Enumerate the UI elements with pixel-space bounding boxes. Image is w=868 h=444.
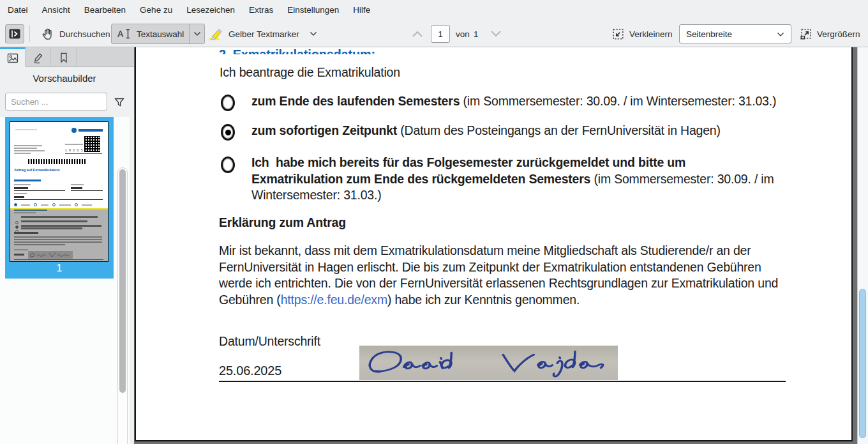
thumbnail-item-selected[interactable]: 1 8 2 0 5 3 5 0 Antrag auf Exmatrikulati… bbox=[5, 117, 114, 279]
mini-field-line bbox=[71, 190, 103, 191]
menu-item-hilfe[interactable]: Hilfe bbox=[346, 0, 377, 20]
previous-page-button[interactable] bbox=[412, 30, 423, 38]
mini-field-label bbox=[71, 184, 84, 185]
mini-field-label bbox=[14, 184, 31, 185]
tab-annotations[interactable] bbox=[26, 47, 51, 67]
zoom-mode-value: Seitenbreite bbox=[686, 29, 732, 39]
sidebar-toggle-button[interactable] bbox=[5, 24, 24, 43]
menu-item-gehe-zu[interactable]: Gehe zu bbox=[133, 0, 179, 20]
declaration-heading: Erklärung zum Antrag bbox=[219, 215, 346, 230]
mini-field-value bbox=[71, 187, 82, 189]
paragraph-line: Gebühren (https://e.feu.de/exm) habe ich… bbox=[219, 292, 819, 309]
text-selection-label: Textauswahl bbox=[137, 29, 184, 39]
radio-end-of-semester-label: zum Ende des laufenden Semesters (im Som… bbox=[251, 94, 776, 109]
thumbnails-icon bbox=[6, 52, 19, 65]
mini-university-logo bbox=[71, 127, 105, 133]
highlighter-tool-button[interactable]: Gelber Textmarker bbox=[203, 24, 322, 44]
mini-field-value bbox=[14, 187, 28, 189]
mini-matric-digits: 1 8 2 0 5 3 5 0 bbox=[65, 148, 95, 152]
menu-item-extras[interactable]: Extras bbox=[242, 0, 280, 20]
thumbnail-page-number: 1 bbox=[5, 263, 114, 274]
highlighter-label: Gelber Textmarker bbox=[228, 29, 299, 39]
declaration-paragraph: Mir ist bekannt, dass mit dem Exmatrikul… bbox=[219, 243, 819, 308]
mini-addr-line bbox=[14, 150, 45, 151]
document-scrollbar-thumb[interactable] bbox=[859, 289, 866, 438]
hand-icon bbox=[41, 27, 55, 41]
menu-item-ansicht[interactable]: Ansicht bbox=[35, 0, 77, 20]
zoom-in-button[interactable]: Vergrößern bbox=[795, 24, 864, 44]
mini-section1-heading bbox=[14, 180, 41, 181]
mini-field-line bbox=[14, 190, 65, 191]
mini-field-label bbox=[14, 193, 27, 194]
zoom-out-icon bbox=[611, 27, 625, 41]
radio-immediate[interactable] bbox=[221, 124, 235, 141]
sidebar-scrollbar-thumb[interactable] bbox=[119, 169, 126, 393]
mini-matric-label bbox=[65, 144, 83, 145]
menu-item-bearbeiten[interactable]: Bearbeiten bbox=[77, 0, 133, 20]
zoom-in-icon bbox=[799, 27, 812, 41]
date-signature-label: Datum/Unterschrift bbox=[219, 334, 320, 349]
signature-image bbox=[359, 346, 618, 380]
annotation-pen-icon bbox=[32, 51, 45, 64]
thumbnail-list: 1 8 2 0 5 3 5 0 Antrag auf Exmatrikulati… bbox=[0, 117, 130, 444]
document-view: 2. Exmatrikulationsdatum: Ich beantrage … bbox=[134, 47, 868, 444]
mini-radio-row bbox=[14, 203, 103, 206]
thumbnail-page-preview[interactable]: 1 8 2 0 5 3 5 0 Antrag auf Exmatrikulati… bbox=[10, 121, 108, 262]
sidebar-tab-bar bbox=[0, 47, 134, 67]
menu-bar: Datei Ansicht Bearbeiten Gehe zu Lesezei… bbox=[0, 0, 868, 20]
menu-item-einstellungen[interactable]: Einstellungen bbox=[280, 0, 346, 20]
text-selection-dropdown[interactable] bbox=[189, 24, 204, 43]
mini-field-line bbox=[14, 199, 103, 200]
page-number-input[interactable] bbox=[431, 25, 450, 43]
mini-form-title: Antrag auf Exmatrikulation bbox=[14, 168, 59, 172]
mini-stamp-line bbox=[15, 129, 37, 130]
toolbar-separator bbox=[29, 26, 30, 42]
zoom-mode-select[interactable]: Seitenbreite bbox=[679, 24, 791, 43]
sidebar-scrollbar[interactable] bbox=[117, 167, 128, 444]
document-scrollbar[interactable] bbox=[857, 47, 868, 444]
filter-funnel-icon[interactable] bbox=[112, 95, 126, 109]
paragraph-line: Mir ist bekannt, dass mit dem Exmatrikul… bbox=[219, 243, 819, 259]
radio-immediate-label: zum sofortigen Zeitpunkt (Datum des Post… bbox=[251, 123, 721, 138]
text-selection-button[interactable]: A Textauswahl bbox=[111, 24, 205, 44]
thumbnail-search-input[interactable] bbox=[5, 93, 107, 111]
menu-item-datei[interactable]: Datei bbox=[1, 0, 35, 20]
pdf-page: 2. Exmatrikulationsdatum: Ich beantrage … bbox=[135, 47, 853, 441]
thumbnail-viewport-indicator[interactable] bbox=[10, 208, 108, 262]
page-total-label: 1 bbox=[474, 24, 479, 44]
browse-tool-label: Durchsuchen bbox=[59, 29, 110, 39]
radio-re-registered-label: Ich habe mich bereits für das Folgesemes… bbox=[251, 155, 826, 204]
mini-barcode bbox=[28, 159, 87, 164]
highlighter-dropdown[interactable] bbox=[310, 31, 317, 36]
paragraph-line: FernUniversität in Hagen erlischt. Die b… bbox=[219, 259, 819, 276]
page-of-label: von bbox=[456, 24, 470, 44]
radio-end-of-semester[interactable] bbox=[221, 95, 235, 111]
sidebar-panel: Vorschaubilder 1 8 2 0 5 3 5 0 bbox=[0, 47, 134, 444]
tab-thumbnails[interactable] bbox=[0, 47, 26, 67]
browse-tool-button[interactable]: Durchsuchen bbox=[36, 24, 116, 44]
svg-text:A: A bbox=[117, 29, 124, 39]
radio-re-registered[interactable] bbox=[221, 157, 235, 173]
date-value: 25.06.2025 bbox=[219, 364, 281, 378]
panel-title: Vorschaubilder bbox=[0, 73, 129, 84]
tab-bookmarks[interactable] bbox=[51, 47, 77, 67]
mini-addr-line bbox=[14, 153, 31, 154]
main-toolbar: Durchsuchen A Textauswahl Gelber Textmar… bbox=[0, 20, 868, 47]
paragraph-line: werde ich entrichten. Die von der FernUn… bbox=[219, 275, 819, 292]
zoom-in-label: Vergrößern bbox=[817, 29, 860, 39]
chevron-down-icon bbox=[777, 29, 784, 39]
mini-addr-line bbox=[14, 148, 37, 149]
next-page-button[interactable] bbox=[490, 30, 502, 38]
zoom-out-button[interactable]: Verkleinern bbox=[608, 24, 677, 44]
sidebar-panel-icon bbox=[8, 27, 22, 41]
mini-field-value bbox=[14, 196, 24, 198]
text-selection-icon: A bbox=[117, 27, 132, 40]
bookmark-icon bbox=[57, 51, 70, 64]
exmatriculation-link[interactable]: https://e.feu.de/exm bbox=[281, 293, 387, 307]
highlighter-icon bbox=[208, 26, 223, 42]
mini-addr-line bbox=[14, 145, 42, 146]
menu-item-lesezeichen[interactable]: Lesezeichen bbox=[179, 0, 242, 20]
tab-bar-filler bbox=[77, 47, 134, 66]
zoom-out-label: Verkleinern bbox=[629, 29, 673, 39]
signature-line bbox=[219, 381, 786, 382]
